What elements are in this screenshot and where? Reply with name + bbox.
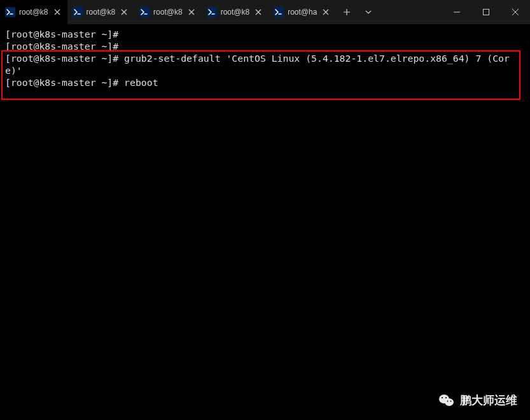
tab-bar: root@k8 root@k8 <box>0 0 379 24</box>
tab-title: root@k8 <box>87 8 116 17</box>
powershell-icon <box>73 7 83 17</box>
tab-close-button[interactable] <box>253 7 263 17</box>
watermark-text: 鹏大师运维 <box>460 393 517 408</box>
tab-title: root@ha <box>288 8 317 17</box>
tab-close-button[interactable] <box>52 7 62 17</box>
tab-title: root@k8 <box>19 8 48 17</box>
close-button[interactable] <box>501 0 530 24</box>
terminal-command: reboot <box>124 77 158 88</box>
svg-point-7 <box>445 398 454 406</box>
tab-0[interactable]: root@k8 <box>0 0 67 24</box>
watermark: 鹏大师运维 <box>438 392 517 409</box>
tab-2[interactable]: root@k8 <box>134 0 202 24</box>
svg-point-11 <box>450 401 452 402</box>
tab-close-button[interactable] <box>119 7 129 17</box>
terminal-prompt: [root@k8s-master ~]# <box>5 41 118 52</box>
powershell-icon <box>274 7 284 17</box>
tab-close-button[interactable] <box>321 7 331 17</box>
svg-rect-5 <box>484 10 489 15</box>
new-tab-button[interactable] <box>336 0 358 24</box>
terminal-prompt: [root@k8s-master ~]# <box>5 77 118 88</box>
terminal-content[interactable]: [root@k8s-master ~]# [root@k8s-master ~]… <box>0 24 530 92</box>
minimize-button[interactable] <box>442 0 471 24</box>
tab-dropdown-button[interactable] <box>358 0 379 24</box>
powershell-icon <box>207 7 217 17</box>
tab-title: root@k8 <box>153 8 183 17</box>
tab-4[interactable]: root@ha <box>268 0 336 24</box>
tab-title: root@k8 <box>221 8 250 17</box>
wechat-icon <box>438 392 455 409</box>
tab-1[interactable]: root@k8 <box>67 0 135 24</box>
tab-3[interactable]: root@k8 <box>202 0 269 24</box>
powershell-icon <box>139 7 150 17</box>
svg-point-10 <box>447 401 449 402</box>
svg-point-9 <box>445 397 447 398</box>
terminal-prompt: [root@k8s-master ~]# <box>5 53 118 64</box>
maximize-button[interactable] <box>471 0 501 24</box>
window-controls <box>442 0 530 24</box>
powershell-icon <box>5 7 15 17</box>
tab-close-button[interactable] <box>186 7 197 17</box>
titlebar: root@k8 root@k8 <box>0 0 530 24</box>
svg-point-8 <box>442 397 443 398</box>
terminal-prompt: [root@k8s-master ~]# <box>5 29 118 39</box>
